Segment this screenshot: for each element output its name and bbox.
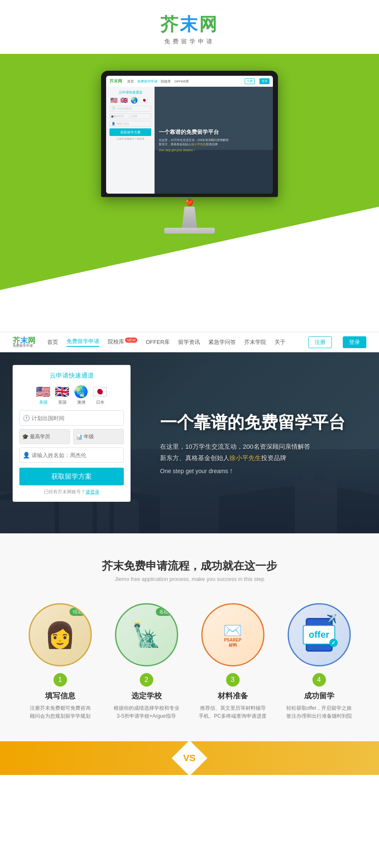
login-link[interactable]: 请登录: [85, 489, 99, 494]
nav-logo-sub: 免费留学申请: [13, 344, 35, 348]
vs-section: VS: [0, 741, 379, 775]
step-3-number: 3: [226, 673, 240, 687]
person-icon: 👤: [23, 452, 30, 458]
mini-form-hint: 已有芥末网账号？请登录: [109, 137, 151, 141]
mini-nav-apply: 免费留学申请: [137, 79, 157, 84]
flag-jp[interactable]: 🇯🇵 日本: [93, 385, 107, 405]
mini-navbar: 芥末网 首页 免费留学申请 院校库 OFFER库 注册 登录: [106, 76, 273, 87]
mini-form-title: 云申请快速通道: [109, 90, 151, 95]
flag-au[interactable]: 🌏 澳洲: [74, 385, 88, 405]
step-3-name: 材料准备: [194, 691, 272, 701]
step-3-circle: ✉️ PSAREP材料: [201, 603, 264, 666]
flag-row: 🇺🇸 美国 🇬🇧 英国 🌏 澳洲 🇯🇵 日本: [19, 385, 124, 405]
mini-login-btn[interactable]: 登录: [259, 78, 270, 84]
nav-academy[interactable]: 芥末学院: [244, 338, 266, 346]
step-3: ✉️ PSAREP材料 3 材料准备 推荐信、英文里历等材料辅导手机、PC多终端…: [194, 603, 272, 720]
date-input-group: 🕐: [19, 410, 124, 426]
mini-major-select[interactable]: 🎓最高学历: [109, 113, 130, 119]
mini-flag-au[interactable]: 🌏: [130, 97, 138, 103]
step-4: offer ✓ ✈️ 4 成功留学 轻松获取offer，开启留学之旅签注办理和出…: [280, 603, 358, 720]
offer-box: offer ✓: [303, 625, 335, 644]
step-3-icon: ✉️: [223, 622, 242, 639]
monitor-stand: [177, 207, 202, 228]
mini-hero-en: One step get your dreams！: [159, 148, 269, 152]
grade-select-group: 📊 年级 大一 大二 大三 大四: [73, 429, 124, 444]
step-3-desc: 推荐信、英文里历等材料辅导手机、PC多终端查询申请进度: [194, 704, 272, 720]
nav-schools[interactable]: 院校库NEW: [108, 338, 137, 346]
mini-logo: 芥末网: [109, 78, 122, 84]
hero-title: 一个靠谱的免费留学平台: [160, 411, 362, 434]
monitor: 芥末网 首页 免费留学申请 院校库 OFFER库 注册 登录 云申请快速通道: [101, 71, 278, 234]
hero-text-area: 一个靠谱的免费留学平台 在这里，10万学生交流互动，200名资深顾问亲情解答 新…: [143, 352, 379, 533]
monitor-screen: 芥末网 首页 免费留学申请 院校库 OFFER库 注册 登录 云申请快速通道: [106, 76, 273, 194]
hero-banner: 云申请快速通道 🇺🇸 美国 🇬🇧 英国 🌏 澳洲: [0, 352, 379, 533]
step-3-sublabel: PSAREP材料: [223, 638, 242, 648]
form-title: 云申请快速通道: [19, 372, 124, 380]
major-select-group: 🎓 最高学历 高中 本科 研究生: [19, 429, 70, 444]
nav-apply[interactable]: 免费留学申请: [67, 338, 99, 347]
mini-flags-row: 🇺🇸 🇬🇧 🌏 🇯🇵: [109, 97, 151, 103]
top-logo-section: 芥末网 免费留学申请: [0, 0, 379, 54]
name-input[interactable]: [19, 447, 124, 463]
nav-news[interactable]: 留学资讯: [178, 338, 200, 346]
step-2-desc: 根据你的成绩选择学校和专业3-5所申请学校+Argue指导: [107, 704, 185, 720]
mini-flag-us[interactable]: 🇺🇸: [109, 97, 118, 103]
mini-grade-select[interactable]: 年级: [131, 113, 151, 119]
step-1-desc: 注册芥末免费都可免费咨询顾问会为您规划留学学规划: [21, 704, 99, 720]
mini-nav-offer: OFFER库: [174, 79, 189, 84]
steps-row: 结名 👩 1 填写信息 注册芥末免费都可免费咨询顾问会为您规划留学学规划 名校 …: [17, 603, 362, 720]
step-4-name: 成功留学: [280, 691, 358, 701]
mini-flag-jp[interactable]: 🇯🇵: [140, 97, 148, 103]
flag-us[interactable]: 🇺🇸 美国: [36, 385, 51, 405]
flag-uk[interactable]: 🇬🇧 英国: [55, 385, 69, 405]
register-button[interactable]: 注册: [308, 336, 332, 348]
hero-monitor-section: 芥末网 首页 免费留学申请 院校库 OFFER库 注册 登录 云申请快速通道: [0, 54, 379, 332]
step-2: 名校 🗽 2 选定学校 根据你的成绩选择学校和专业3-5所申请学校+Argue指…: [107, 603, 185, 720]
mini-name-input[interactable]: 👤请输入姓名: [109, 121, 151, 127]
step-2-circle: 名校 🗽: [115, 603, 178, 666]
navbar: 芥末网 免费留学申请 首页 免费留学申请 院校库NEW OFFER库 留学资讯 …: [0, 332, 379, 352]
nav-qa[interactable]: 紧急学问答: [208, 338, 236, 346]
clock-icon: 🕐: [23, 415, 30, 421]
name-input-group: 👤: [19, 447, 124, 463]
monitor-base: [164, 228, 215, 234]
process-subtitle: Jiemo free application process, make you…: [17, 576, 362, 582]
mini-register-btn[interactable]: 注册: [245, 78, 255, 84]
hero-form-panel: 云申请快速通道 🇺🇸 美国 🇬🇧 英国 🌏 澳洲: [13, 365, 131, 502]
mini-form-panel: 云申请快速通道 🇺🇸 🇬🇧 🌏 🇯🇵 🕐计划出国时间: [106, 87, 155, 194]
get-plan-button[interactable]: 获取留学方案: [19, 468, 124, 485]
plane-icon: ✈️: [326, 614, 337, 624]
hero-en-tagline: One step get your dreams！: [160, 468, 362, 475]
grade-icon: 📊: [76, 434, 83, 440]
nav-offer[interactable]: OFFER库: [146, 338, 170, 346]
monitor-outer: 芥末网 首页 免费留学申请 院校库 OFFER库 注册 登录 云申请快速通道: [101, 71, 278, 197]
apple-logo: 🍎: [101, 198, 278, 206]
process-section: 芥末免费申请流程，成功就在这一步 Jiemo free application …: [0, 533, 379, 741]
step-2-icon: 🗽: [132, 621, 161, 649]
mini-flag-uk[interactable]: 🇬🇧: [120, 97, 128, 103]
login-button[interactable]: 登录: [343, 336, 366, 348]
step-1-circle: 结名 👩: [29, 603, 92, 666]
mini-hero-desc: 在这里，10万学生交流互动，200名资深顾问亲情解答新东方、真格基金创始人徐小平…: [159, 138, 269, 147]
monitor-wrapper: 芥末网 首页 免费留学申请 院校库 OFFER库 注册 登录 云申请快速通道: [0, 54, 379, 234]
mini-content: 云申请快速通道 🇺🇸 🇬🇧 🌏 🇯🇵 🕐计划出国时间: [106, 87, 273, 194]
select-row: 🎓 最高学历 高中 本科 研究生 📊 年级 大一 大二: [19, 429, 124, 444]
major-icon: 🎓: [22, 434, 29, 440]
mini-date-input[interactable]: 🕐计划出国时间: [109, 106, 151, 112]
step-1-name: 填写信息: [21, 691, 99, 701]
step-2-number: 2: [140, 673, 153, 687]
date-input[interactable]: [19, 410, 124, 426]
mini-submit-btn[interactable]: 获取留学方案: [109, 128, 151, 136]
process-title: 芥末免费申请流程，成功就在这一步: [17, 559, 362, 573]
step-1-icon: 👩: [44, 620, 76, 650]
hero-desc: 在这里，10万学生交流互动，200名资深顾问亲情解答 新东方、真格基金创始人徐小…: [160, 441, 362, 463]
nav-about[interactable]: 关于: [275, 338, 286, 346]
nav-home[interactable]: 首页: [47, 338, 58, 346]
step-4-desc: 轻松获取offer，开启留学之旅签注办理和出行准备随时到院: [280, 704, 358, 720]
new-badge: NEW: [125, 338, 137, 343]
step-4-circle: offer ✓ ✈️: [288, 603, 351, 666]
step-2-name: 选定学校: [107, 691, 185, 701]
mini-nav-school: 院校库: [161, 79, 171, 84]
step-1-number: 1: [53, 673, 67, 687]
vs-text: VS: [183, 753, 195, 764]
